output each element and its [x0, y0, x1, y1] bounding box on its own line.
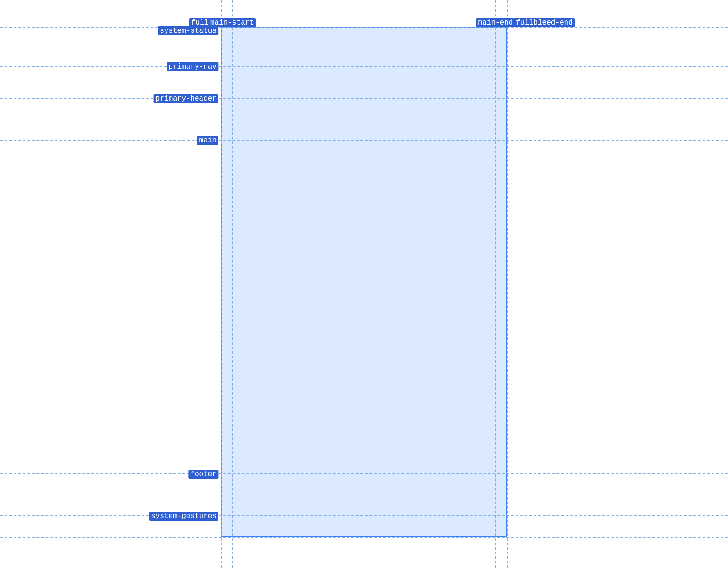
label-system-status: system-status: [158, 26, 218, 35]
row-system-gestures: [0, 515, 728, 516]
row-main: [0, 140, 728, 141]
row-footer: [0, 473, 728, 474]
label-main-end: main-end: [476, 18, 515, 27]
label-primary-header: primary-header: [154, 94, 218, 103]
label-main-start: main-start: [208, 18, 256, 27]
label-fullbleed-end: fullbleed-end: [514, 18, 575, 27]
label-system-gestures: system-gestures: [149, 512, 218, 521]
label-primary-nav: primary-nav: [167, 62, 218, 71]
row-system-status: [0, 27, 728, 28]
layout-region: [221, 27, 507, 537]
col-main-end: [495, 0, 496, 568]
label-main: main: [197, 136, 218, 145]
label-footer: footer: [188, 470, 218, 479]
row-primary-header: [0, 98, 728, 99]
row-primary-nav: [0, 66, 728, 67]
row-end: [0, 537, 728, 538]
col-fullbleed-end: [507, 0, 508, 568]
col-main-start: [232, 0, 233, 568]
col-fullbleed-start: [221, 0, 222, 568]
